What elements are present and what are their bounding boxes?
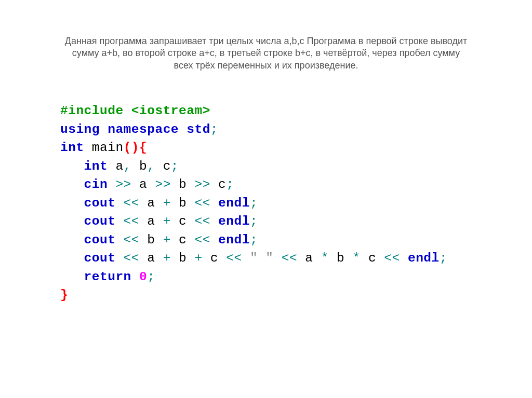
- string-lit: " ": [250, 251, 274, 265]
- comma: ,: [147, 159, 155, 173]
- op-extract: >>: [108, 177, 139, 191]
- id-endl: endl: [218, 233, 250, 247]
- semi: ;: [210, 122, 218, 136]
- op-insert: <<: [115, 233, 147, 247]
- op-plus: +: [155, 214, 179, 228]
- id-a: a: [147, 251, 155, 265]
- op-extract: >>: [187, 177, 218, 191]
- op-plus: +: [155, 233, 179, 247]
- semi: ;: [440, 251, 447, 265]
- id-cout: cout: [84, 196, 116, 210]
- id-c: c: [179, 233, 187, 247]
- op-insert: <<: [273, 251, 305, 265]
- id-c: c: [368, 251, 376, 265]
- op-insert: <<: [187, 196, 218, 210]
- preproc: #include: [60, 104, 124, 118]
- id-b: b: [179, 251, 187, 265]
- semi: ;: [250, 214, 258, 228]
- id-cout: cout: [84, 214, 116, 228]
- kw-using: using: [60, 122, 100, 136]
- op-insert: <<: [187, 214, 218, 228]
- op-mul: *: [313, 251, 337, 265]
- semi: ;: [226, 177, 234, 191]
- id-b: b: [147, 233, 155, 247]
- comma: ,: [124, 159, 131, 173]
- id-std: std: [187, 122, 210, 136]
- id-a: a: [115, 159, 123, 173]
- semi: ;: [171, 159, 179, 173]
- title-line-2: сумму a+b, во второй строке a+c, в треть…: [72, 48, 460, 58]
- op-insert: <<: [115, 214, 147, 228]
- title-line-3: всех трёх переменных и их произведение.: [174, 60, 358, 71]
- kw-namespace: namespace: [108, 122, 179, 136]
- id-cout: cout: [84, 233, 116, 247]
- id-b: b: [179, 177, 187, 191]
- space: [131, 270, 139, 284]
- num-zero: 0: [139, 270, 147, 284]
- title-line-1: Данная программа запрашивает три целых ч…: [65, 36, 467, 46]
- id-a: a: [139, 177, 147, 191]
- close-brace: }: [60, 288, 68, 302]
- semi: ;: [250, 196, 258, 210]
- id-c: c: [179, 214, 187, 228]
- open-brace: {: [139, 141, 147, 155]
- op-extract: >>: [147, 177, 179, 191]
- parens: (): [124, 141, 139, 155]
- op-insert: <<: [115, 251, 147, 265]
- id-c: c: [218, 177, 226, 191]
- op-mul: *: [344, 251, 368, 265]
- op-insert: <<: [218, 251, 250, 265]
- op-insert: <<: [115, 196, 147, 210]
- op-insert: <<: [376, 251, 408, 265]
- id-cout: cout: [84, 251, 116, 265]
- iostream-header: <iostream>: [124, 104, 210, 118]
- id-c: c: [155, 159, 170, 173]
- op-plus: +: [155, 251, 179, 265]
- id-cin: cin: [84, 177, 108, 191]
- id-b: b: [337, 251, 344, 265]
- id-a: a: [147, 196, 155, 210]
- id-b: b: [179, 196, 187, 210]
- op-plus: +: [187, 251, 210, 265]
- kw-int: int: [60, 141, 84, 155]
- semi: ;: [147, 270, 155, 284]
- id-b: b: [131, 159, 147, 173]
- slide-title: Данная программа запрашивает три целых ч…: [0, 0, 532, 72]
- code-block: #include <iostream> using namespace std;…: [0, 72, 532, 305]
- id-c: c: [210, 251, 218, 265]
- fn-main: main: [92, 141, 124, 155]
- kw-int: int: [84, 159, 108, 173]
- id-endl: endl: [218, 196, 250, 210]
- op-insert: <<: [187, 233, 218, 247]
- id-a: a: [305, 251, 313, 265]
- id-endl: endl: [408, 251, 440, 265]
- semi: ;: [250, 233, 258, 247]
- op-plus: +: [155, 196, 179, 210]
- id-endl: endl: [218, 214, 250, 228]
- id-a: a: [147, 214, 155, 228]
- kw-return: return: [84, 270, 131, 284]
